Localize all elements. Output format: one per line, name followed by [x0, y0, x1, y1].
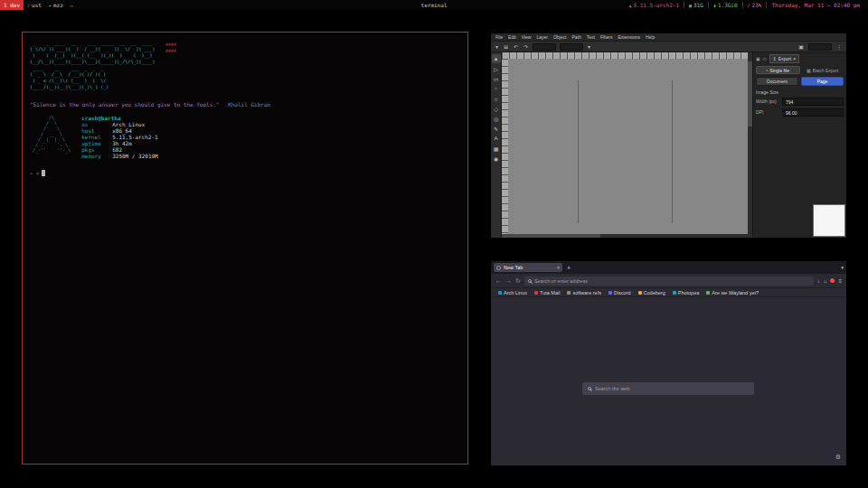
extension-alert-icon[interactable] — [830, 278, 835, 283]
bookmark-label: Codeberg — [644, 290, 665, 296]
menu-object[interactable]: Object — [553, 34, 566, 40]
selector-tool[interactable]: ▲ — [492, 54, 501, 63]
grid-icon[interactable]: ⊞ — [503, 44, 509, 50]
dock-diamond-icon[interactable]: ◇ — [763, 56, 767, 61]
menu-help[interactable]: Help — [646, 34, 655, 40]
arch-icon: ▲ — [628, 3, 631, 8]
favicon — [498, 291, 502, 295]
pencil-tool[interactable]: ✎ — [492, 124, 501, 133]
star-tool[interactable]: ☆ — [492, 94, 501, 103]
scrollbar-thumb[interactable] — [502, 234, 600, 238]
web-search-input[interactable]: Search the web — [582, 382, 754, 395]
reload-button[interactable]: ↻ — [515, 277, 521, 285]
fetch-row-host: hostx86_64 — [81, 127, 158, 134]
page-button[interactable]: Page — [801, 77, 844, 86]
bookmark-discord[interactable]: Discord — [609, 290, 631, 296]
canvas-row — [502, 59, 748, 234]
bookmark-arch-linux[interactable]: Arch Linux — [498, 290, 527, 296]
redo-icon[interactable]: ↷ — [523, 44, 529, 50]
horizontal-scrollbar[interactable] — [502, 234, 748, 238]
inkscape-toolbox: ▲ ▷ ▭ ○ ☆ ◇ ◎ ✎ A ▦ ◉ — [491, 52, 502, 238]
arch-ascii-logo: /\ / \ / \ / __ \ / | | \ / .` `. \ /_-'… — [30, 115, 71, 159]
box-tool[interactable]: ◇ — [492, 104, 501, 113]
text-tool[interactable]: A — [492, 134, 501, 143]
undo-icon[interactable]: ↶ — [513, 44, 519, 50]
inkscape-window[interactable]: File Edit View Layer Object Path Text Fi… — [491, 33, 846, 238]
url-bar[interactable]: Search or enter address — [524, 277, 814, 286]
fetch-info: crash@bartha osArch Linux hostx86_64 ker… — [81, 115, 158, 159]
new-tab-page: Search the web ⚙ — [491, 297, 846, 465]
node-tool[interactable]: ▷ — [492, 64, 501, 73]
units-dropdown-icon[interactable]: ▾ — [587, 44, 591, 50]
menu-file[interactable]: File — [495, 34, 503, 40]
menu-extensions[interactable]: Extensions — [618, 34, 640, 40]
y-coordinate-input[interactable] — [560, 43, 583, 51]
tab-close-icon[interactable]: × — [557, 265, 560, 270]
layers-icon[interactable]: ▣ — [797, 44, 805, 50]
list-tabs-icon[interactable]: ▾ — [841, 265, 844, 270]
close-icon[interactable]: × — [793, 56, 796, 61]
page-settings-gear-icon[interactable]: ⚙ — [835, 454, 841, 461]
ascii-banner: _ _ ____ __ ___ _____ __ __ ____ ( \/\/ … — [30, 40, 460, 90]
width-input[interactable]: 794 — [782, 98, 844, 106]
back-button[interactable]: ← — [495, 277, 502, 284]
bookmark-software-refs[interactable]: software refs — [567, 290, 600, 296]
menu-filters[interactable]: Filters — [600, 34, 613, 40]
tool-options-dropdown-icon[interactable]: ▾ — [495, 44, 499, 50]
gradient-tool[interactable]: ▦ — [492, 144, 501, 153]
active-tab[interactable]: New Tab × — [494, 263, 562, 272]
x-coordinate-input[interactable] — [533, 43, 556, 51]
bookmark-codeberg[interactable]: Codeberg — [638, 290, 665, 296]
menu-layer[interactable]: Layer — [536, 34, 548, 40]
globe-icon — [496, 266, 501, 270]
inkscape-main-area: ▲ ▷ ▭ ○ ☆ ◇ ◎ ✎ A ▦ ◉ ▣ — [491, 52, 846, 238]
vertical-ruler[interactable] — [502, 59, 508, 234]
dock-panel-icon[interactable]: ▣ — [756, 56, 760, 61]
menu-icon[interactable]: ≡ — [838, 278, 842, 284]
workspace-tag-4[interactable]: ▭ — [67, 0, 79, 10]
spiral-tool[interactable]: ◎ — [492, 114, 501, 123]
menu-edit[interactable]: Edit — [508, 34, 516, 40]
fetch-key: pkgs — [81, 146, 112, 153]
export-area-buttons: Document Page — [756, 77, 844, 86]
export-tab[interactable]: ↥ Export × — [769, 54, 800, 63]
workspace-tag-1[interactable]: 1 dev — [0, 0, 24, 10]
menu-text[interactable]: Text — [587, 34, 595, 40]
fetch-value: Arch Linux — [112, 121, 145, 127]
overflow-menu-icon[interactable]: ⋮ — [835, 44, 843, 50]
bookmarks-bar: Arch Linux Tuta Mail software refs Disco… — [491, 288, 846, 297]
ellipse-tool[interactable]: ○ — [492, 84, 501, 93]
fetch-key: uptime — [81, 140, 112, 146]
horizontal-ruler[interactable] — [502, 52, 748, 59]
browser-window[interactable]: New Tab × + ▾ ← → ↻ Search or enter addr… — [491, 261, 846, 465]
fetch-row-kernel: kernel5.11.5-arch2-1 — [81, 134, 158, 140]
rectangle-tool[interactable]: ▭ — [492, 74, 501, 83]
page-border-left — [578, 80, 579, 223]
drawing-canvas[interactable] — [508, 59, 748, 234]
forward-button[interactable]: → — [505, 277, 512, 284]
fetch-row-pkgs: pkgs682 — [81, 146, 158, 153]
dropper-tool[interactable]: ◉ — [492, 154, 501, 163]
dpi-input[interactable]: 96.00 — [782, 108, 844, 117]
favicon — [534, 291, 538, 295]
fetch-key: host — [81, 127, 112, 134]
opacity-input[interactable] — [808, 43, 832, 51]
fetch-key: kernel — [81, 134, 112, 140]
new-tab-button[interactable]: + — [565, 265, 572, 271]
workspace-tag-3[interactable]: ▸ mzz — [45, 0, 67, 10]
document-button[interactable]: Document — [756, 77, 798, 86]
bookmark-are-we-wayland-yet[interactable]: Are we Wayland yet? — [706, 290, 759, 296]
menu-path[interactable]: Path — [571, 34, 580, 40]
home-icon[interactable]: ⌂ — [824, 278, 827, 284]
quote-author: Khalil Gibran — [228, 101, 270, 108]
shell-prompt[interactable]: ~> — [30, 170, 460, 176]
bookmark-tuta-mail[interactable]: Tuta Mail — [534, 290, 560, 296]
bookmark-photopea[interactable]: Photopea — [673, 290, 700, 296]
clock-text: Thursday, Mar 11 — 02:40 pm — [771, 2, 860, 8]
downloads-icon[interactable]: ↓ — [817, 278, 820, 284]
workspace-tag-2[interactable]: ♪ ust — [24, 0, 45, 10]
single-file-tab[interactable]: ▫ Single file — [756, 66, 800, 74]
terminal-window[interactable]: _ _ ____ __ ___ _____ __ __ ____ ( \/\/ … — [22, 32, 468, 465]
batch-export-tab[interactable]: ▦ Batch Export — [802, 66, 844, 74]
menu-view[interactable]: View — [522, 34, 532, 40]
